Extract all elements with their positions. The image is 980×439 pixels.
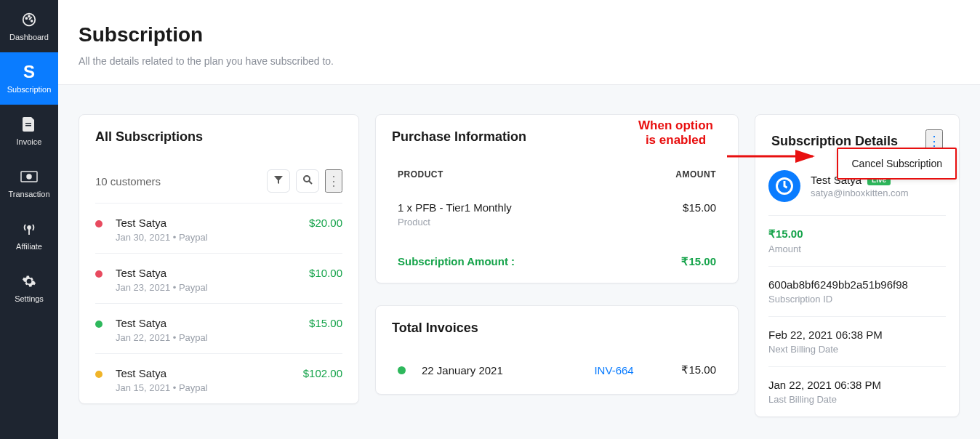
- svg-point-9: [304, 176, 310, 182]
- column-header-product: PRODUCT: [398, 169, 443, 180]
- sidebar-label: Dashboard: [9, 33, 49, 41]
- subscription-list: Test Satya Jan 30, 2021 • Paypal $20.00 …: [79, 203, 358, 403]
- svg-point-8: [28, 226, 31, 229]
- sidebar-item-invoice[interactable]: Invoice: [0, 105, 58, 157]
- svg-point-3: [31, 20, 33, 22]
- subscription-amount: $10.00: [309, 267, 342, 279]
- purchase-info-card: Purchase Information PRODUCT AMOUNT 1 x …: [375, 114, 739, 283]
- subs-toolbar: 10 customers ⋮: [79, 159, 358, 203]
- status-dot: [95, 321, 103, 328]
- invoice-row: 22 January 2021 INV-664 ₹15.00: [376, 350, 738, 394]
- more-button[interactable]: ⋮: [325, 169, 342, 193]
- svg-point-1: [25, 17, 27, 19]
- status-dot: [398, 366, 406, 374]
- gear-icon: [22, 273, 36, 290]
- invoice-date: 22 January 2021: [422, 364, 594, 376]
- subscription-meta: Jan 30, 2021 • Paypal: [116, 232, 309, 243]
- sidebar-label: Invoice: [17, 137, 42, 146]
- purchase-total-row: Subscription Amount : ₹15.00: [376, 242, 738, 283]
- content-row: All Subscriptions 10 customers ⋮: [58, 85, 980, 439]
- detail-value: ₹15.00: [768, 227, 946, 241]
- total-invoices-card: Total Invoices 22 January 2021 INV-664 ₹…: [375, 305, 739, 395]
- detail-label: Subscription ID: [768, 294, 946, 305]
- svg-point-2: [28, 16, 30, 17]
- subscription-amount: $20.00: [309, 217, 342, 229]
- customer-name: Test Satya: [116, 267, 309, 279]
- customer-count: 10 customers: [95, 175, 161, 188]
- purchase-item-amount: $15.00: [683, 201, 716, 214]
- subscription-amount-value: ₹15.00: [681, 255, 716, 268]
- subscription-row[interactable]: Test Satya Jan 22, 2021 • Paypal $15.00: [95, 303, 342, 353]
- subscription-amount-label: Subscription Amount :: [398, 255, 515, 268]
- invoice-amount: ₹15.00: [681, 363, 716, 376]
- customer-name: Test Satya: [116, 367, 303, 379]
- cancel-subscription-menu-item[interactable]: Cancel Subscription: [837, 148, 957, 180]
- sidebar-item-dashboard[interactable]: Dashboard: [0, 0, 58, 52]
- subscription-amount: $15.00: [309, 317, 342, 329]
- search-button[interactable]: [296, 169, 319, 193]
- sidebar-item-settings[interactable]: Settings: [0, 262, 58, 314]
- page-subtitle: All the details related to the plan you …: [79, 55, 960, 67]
- customer-name: Test Satya: [116, 217, 309, 229]
- detail-block-next-billing: Feb 22, 2021 06:38 PM Next Billing Date: [768, 316, 946, 366]
- detail-value: Feb 22, 2021 06:38 PM: [768, 329, 946, 341]
- customer-name: Test Satya: [116, 317, 309, 329]
- column-header-amount: AMOUNT: [675, 169, 716, 180]
- document-icon: [23, 116, 36, 133]
- page-title: Subscription: [79, 23, 960, 47]
- sidebar-item-subscription[interactable]: S Subscription: [0, 52, 58, 105]
- sidebar-label: Subscription: [7, 85, 52, 94]
- subscription-row[interactable]: Test Satya Jan 23, 2021 • Paypal $10.00: [95, 253, 342, 303]
- main-content: Subscription All the details related to …: [58, 0, 980, 439]
- svg-point-7: [27, 174, 31, 179]
- subscription-row[interactable]: Test Satya Jan 30, 2021 • Paypal $20.00: [95, 203, 342, 253]
- money-icon: [20, 168, 38, 185]
- detail-label: Last Billing Date: [768, 394, 946, 405]
- subscription-meta: Jan 22, 2021 • Paypal: [116, 332, 309, 343]
- purchase-item: 1 x PFB - Tier1 Monthly $15.00 Product: [376, 190, 738, 242]
- subscription-row[interactable]: Test Satya Jan 15, 2021 • Paypal $102.00: [95, 353, 342, 403]
- sidebar-item-affiliate[interactable]: Affiliate: [0, 209, 58, 262]
- letter-s-icon: S: [23, 63, 35, 81]
- vertical-dots-icon: ⋮: [327, 173, 340, 189]
- funnel-icon: [274, 175, 283, 187]
- gauge-icon: [21, 11, 37, 28]
- detail-value: 600ab8bf6249bb2a51b96f98: [768, 278, 946, 291]
- status-dot: [95, 220, 103, 227]
- search-icon: [303, 175, 313, 187]
- card-title: All Subscriptions: [79, 115, 358, 159]
- detail-label: Amount: [768, 243, 946, 254]
- sidebar-label: Affiliate: [16, 242, 42, 251]
- detail-label: Next Billing Date: [768, 344, 946, 355]
- detail-value: Jan 22, 2021 06:38 PM: [768, 379, 946, 391]
- sidebar-item-transaction[interactable]: Transaction: [0, 157, 58, 209]
- broadcast-icon: [22, 220, 36, 238]
- svg-rect-5: [25, 125, 31, 126]
- detail-block-last-billing: Jan 22, 2021 06:38 PM Last Billing Date: [768, 366, 946, 416]
- page-header: Subscription All the details related to …: [58, 0, 980, 85]
- detail-block-amount: ₹15.00 Amount: [768, 215, 946, 266]
- purchase-item-name: 1 x PFB - Tier1 Monthly: [398, 201, 512, 214]
- sidebar: Dashboard S Subscription Invoice Transac…: [0, 0, 58, 439]
- sidebar-label: Transaction: [8, 190, 49, 198]
- card-title: Total Invoices: [376, 306, 738, 350]
- card-title: Purchase Information: [376, 115, 738, 159]
- filter-button[interactable]: [267, 169, 290, 193]
- status-dot: [95, 270, 103, 278]
- card-title: Subscription Details: [771, 134, 898, 149]
- sidebar-label: Settings: [15, 294, 44, 303]
- user-email: satya@inboxkitten.com: [811, 188, 909, 198]
- purchase-item-type: Product: [398, 217, 716, 227]
- status-dot: [95, 371, 103, 378]
- svg-rect-4: [25, 123, 31, 124]
- detail-block-subscription-id: 600ab8bf6249bb2a51b96f98 Subscription ID: [768, 266, 946, 316]
- subscription-meta: Jan 15, 2021 • Paypal: [116, 382, 303, 393]
- invoice-number-link[interactable]: INV-664: [594, 364, 681, 376]
- subscription-meta: Jan 23, 2021 • Paypal: [116, 282, 309, 293]
- vertical-dots-icon: ⋮: [928, 133, 941, 149]
- subscription-amount: $102.00: [303, 367, 342, 379]
- all-subscriptions-card: All Subscriptions 10 customers ⋮: [79, 114, 359, 404]
- avatar: [768, 170, 800, 202]
